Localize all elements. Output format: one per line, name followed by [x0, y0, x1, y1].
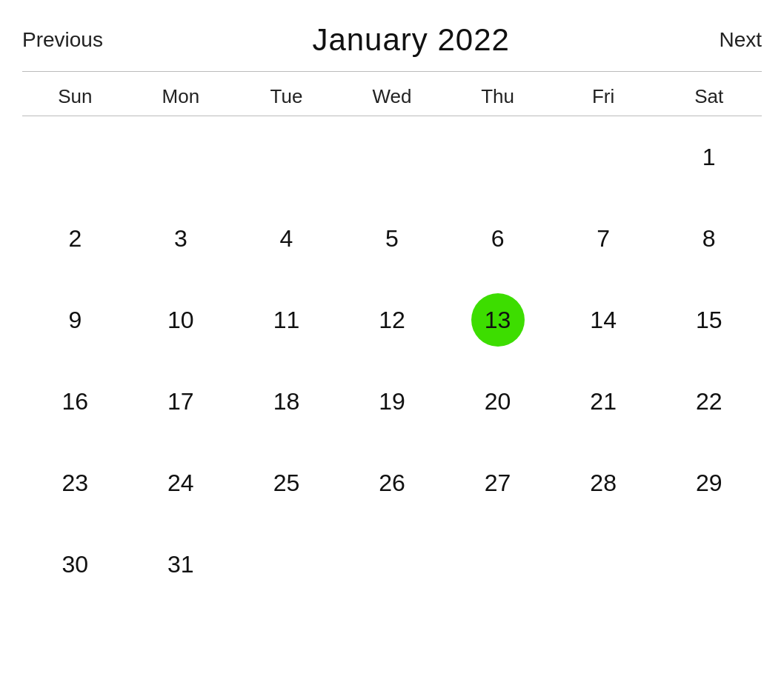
day-number: 9: [48, 293, 102, 347]
day-number: 27: [471, 456, 525, 509]
day-cell-10[interactable]: 10: [128, 287, 234, 353]
day-cell-7[interactable]: 7: [551, 205, 657, 272]
day-cell-19[interactable]: 19: [339, 368, 445, 435]
day-cell-12[interactable]: 12: [339, 287, 445, 353]
week-row-5: 23242526272829: [22, 442, 762, 524]
day-cell-14[interactable]: 14: [551, 287, 657, 353]
day-number: 11: [259, 293, 313, 347]
day-number: 10: [154, 293, 207, 347]
week-row-6: 3031: [22, 524, 762, 605]
previous-button[interactable]: Previous: [22, 28, 103, 52]
day-cell-11[interactable]: 11: [233, 287, 339, 353]
day-cell-30[interactable]: 30: [22, 531, 128, 598]
day-number: 5: [365, 212, 419, 265]
day-number: 31: [154, 538, 207, 591]
day-number: 29: [682, 456, 736, 509]
day-header-tue: Tue: [233, 85, 339, 108]
day-cell-28[interactable]: 28: [551, 450, 657, 516]
day-cell-empty: [128, 124, 234, 190]
day-number: 3: [154, 212, 207, 265]
day-header-fri: Fri: [551, 85, 657, 108]
day-cell-empty: [233, 531, 339, 598]
day-number: 12: [365, 293, 419, 347]
day-number: 30: [48, 538, 102, 591]
day-cell-empty: [445, 531, 551, 598]
day-cell-23[interactable]: 23: [22, 450, 128, 516]
day-cell-empty: [551, 124, 657, 190]
day-header-wed: Wed: [339, 85, 445, 108]
day-cell-26[interactable]: 26: [339, 450, 445, 516]
day-cell-16[interactable]: 16: [22, 368, 128, 435]
day-cell-empty: [233, 124, 339, 190]
day-cell-22[interactable]: 22: [656, 368, 762, 435]
calendar-grid: SunMonTueWedThuFriSat 123456789101112131…: [22, 72, 762, 605]
day-number: 15: [682, 293, 736, 347]
day-cell-empty: [339, 124, 445, 190]
day-cell-20[interactable]: 20: [445, 368, 551, 435]
day-number: 28: [577, 456, 630, 509]
day-number: 26: [365, 456, 419, 509]
weeks-container: 1234567891011121314151617181920212223242…: [22, 116, 762, 605]
day-cell-empty: [22, 124, 128, 190]
day-header-sun: Sun: [22, 85, 128, 108]
day-cell-empty: [656, 531, 762, 598]
day-number: 14: [577, 293, 630, 347]
day-number: 1: [682, 130, 736, 184]
day-cell-24[interactable]: 24: [128, 450, 234, 516]
day-cell-31[interactable]: 31: [128, 531, 234, 598]
day-cell-empty: [551, 531, 657, 598]
day-number: 17: [154, 375, 207, 428]
day-header-mon: Mon: [128, 85, 234, 108]
week-row-2: 2345678: [22, 198, 762, 279]
day-cell-25[interactable]: 25: [233, 450, 339, 516]
week-row-3: 9101112131415: [22, 279, 762, 361]
day-cell-5[interactable]: 5: [339, 205, 445, 272]
day-number: 6: [471, 212, 525, 265]
calendar-header: Previous January 2022 Next: [22, 15, 762, 71]
day-number: 22: [682, 375, 736, 428]
day-number: 4: [259, 212, 313, 265]
calendar-container: Previous January 2022 Next SunMonTueWedT…: [22, 15, 762, 605]
day-cell-empty: [339, 531, 445, 598]
day-number: 2: [48, 212, 102, 265]
day-cell-6[interactable]: 6: [445, 205, 551, 272]
day-number: 18: [259, 375, 313, 428]
day-number: 8: [682, 212, 736, 265]
day-number: 20: [471, 375, 525, 428]
day-cell-15[interactable]: 15: [656, 287, 762, 353]
day-cell-empty: [445, 124, 551, 190]
day-cell-17[interactable]: 17: [128, 368, 234, 435]
week-row-1: 1: [22, 116, 762, 198]
today-number: 13: [471, 293, 525, 347]
day-header-sat: Sat: [656, 85, 762, 108]
day-headers-row: SunMonTueWedThuFriSat: [22, 72, 762, 116]
day-number: 19: [365, 375, 419, 428]
day-header-thu: Thu: [445, 85, 551, 108]
month-title: January 2022: [312, 22, 510, 58]
day-number: 24: [154, 456, 207, 509]
week-row-4: 16171819202122: [22, 361, 762, 442]
day-cell-1[interactable]: 1: [656, 124, 762, 190]
day-number: 7: [577, 212, 630, 265]
day-cell-3[interactable]: 3: [128, 205, 234, 272]
day-cell-29[interactable]: 29: [656, 450, 762, 516]
day-cell-18[interactable]: 18: [233, 368, 339, 435]
day-cell-2[interactable]: 2: [22, 205, 128, 272]
day-cell-4[interactable]: 4: [233, 205, 339, 272]
day-number: 23: [48, 456, 102, 509]
day-cell-13[interactable]: 13: [445, 287, 551, 353]
day-cell-27[interactable]: 27: [445, 450, 551, 516]
day-cell-9[interactable]: 9: [22, 287, 128, 353]
day-cell-21[interactable]: 21: [551, 368, 657, 435]
next-button[interactable]: Next: [719, 28, 762, 52]
day-number: 21: [577, 375, 630, 428]
day-number: 25: [259, 456, 313, 509]
day-cell-8[interactable]: 8: [656, 205, 762, 272]
day-number: 16: [48, 375, 102, 428]
